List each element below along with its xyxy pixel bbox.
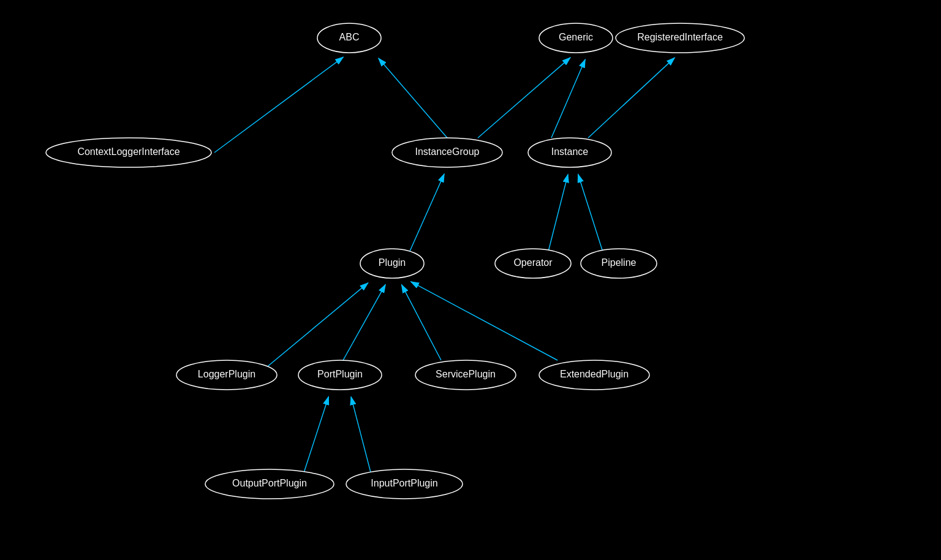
label-ContextLoggerInterface: ContextLoggerInterface — [77, 146, 180, 157]
label-Pipeline: Pipeline — [602, 257, 637, 268]
node-InstanceGroup[interactable]: InstanceGroup — [392, 138, 502, 167]
label-Operator: Operator — [513, 257, 553, 268]
label-Instance: Instance — [551, 146, 589, 157]
node-ContextLoggerInterface[interactable]: ContextLoggerInterface — [46, 138, 211, 167]
label-ABC: ABC — [339, 32, 360, 42]
label-LoggerPlugin: LoggerPlugin — [198, 369, 255, 379]
node-ServicePlugin[interactable]: ServicePlugin — [415, 360, 516, 390]
label-Plugin: Plugin — [379, 257, 406, 268]
edge-ServicePlugin-Plugin — [402, 285, 441, 360]
node-Operator[interactable]: Operator — [495, 249, 571, 278]
node-RegisteredInterface[interactable]: RegisteredInterface — [616, 23, 744, 53]
node-ExtendedPlugin[interactable]: ExtendedPlugin — [539, 360, 649, 390]
node-PortPlugin[interactable]: PortPlugin — [298, 360, 382, 390]
label-InputPortPlugin: InputPortPlugin — [371, 478, 437, 488]
edge-ContextLoggerInterface-ABC — [214, 57, 343, 153]
edge-InstanceGroup-ABC — [379, 58, 447, 138]
label-PortPlugin: PortPlugin — [317, 369, 363, 379]
node-LoggerPlugin[interactable]: LoggerPlugin — [176, 360, 277, 390]
node-Generic[interactable]: Generic — [539, 23, 613, 53]
label-Generic: Generic — [559, 32, 593, 42]
node-Plugin[interactable]: Plugin — [360, 249, 424, 278]
diagram: ABCGenericRegisteredInterfaceContextLogg… — [0, 0, 941, 560]
edge-Plugin-InstanceGroup — [404, 174, 444, 263]
node-Pipeline[interactable]: Pipeline — [581, 249, 657, 278]
edge-OutputPortPlugin-PortPlugin — [300, 396, 328, 484]
edge-Instance-Generic — [551, 59, 585, 138]
node-OutputPortPlugin[interactable]: OutputPortPlugin — [205, 469, 334, 499]
label-ExtendedPlugin: ExtendedPlugin — [560, 369, 629, 379]
label-OutputPortPlugin: OutputPortPlugin — [232, 478, 307, 488]
node-InputPortPlugin[interactable]: InputPortPlugin — [346, 469, 463, 499]
edge-InputPortPlugin-PortPlugin — [351, 397, 374, 484]
label-InstanceGroup: InstanceGroup — [415, 146, 480, 157]
node-Instance[interactable]: Instance — [528, 138, 611, 167]
label-RegisteredInterface: RegisteredInterface — [637, 32, 723, 42]
edge-Instance-RegisteredInterface — [588, 58, 675, 138]
label-ServicePlugin: ServicePlugin — [436, 369, 496, 379]
nodes-layer: ABCGenericRegisteredInterfaceContextLogg… — [46, 23, 744, 499]
edge-PortPlugin-Plugin — [343, 284, 385, 360]
edge-ExtendedPlugin-Plugin — [411, 282, 557, 360]
node-ABC[interactable]: ABC — [317, 23, 381, 53]
